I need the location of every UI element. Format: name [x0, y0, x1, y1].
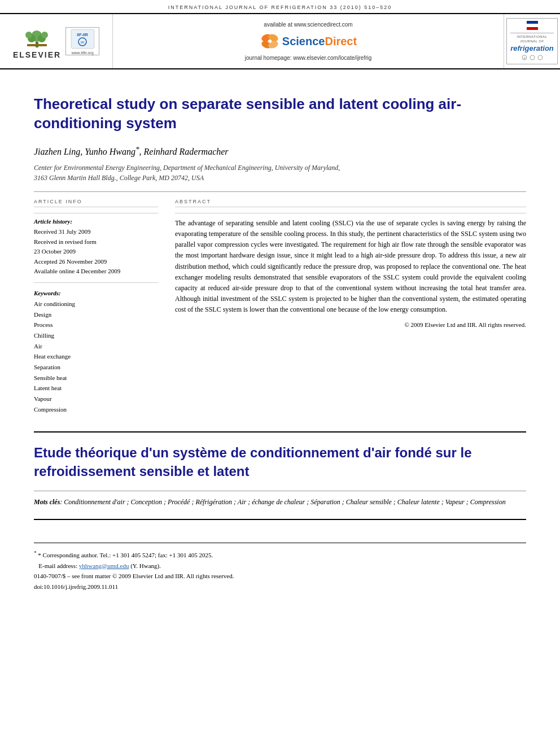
article-title: Theoretical study on separate sensible a… — [34, 95, 526, 133]
svg-text:❄: ❄ — [523, 56, 526, 60]
keyword-item: Process — [34, 320, 158, 330]
iifiir-url: www.iifiir.org — [70, 51, 95, 55]
footnote-license: 0140-7007/$ – see front matter © 2009 El… — [34, 571, 526, 582]
footnote-asterisk: * — [34, 550, 37, 556]
abstract-col: ABSTRACT The advantage of separating sen… — [175, 199, 526, 415]
sciencedirect-logo: ScienceDirect — [260, 31, 357, 51]
available-online: Available online 4 December 2009 — [34, 267, 158, 277]
refrig-journal-name: refrigeration — [510, 44, 554, 53]
publisher-header: ELSEVIER IIF-IIR IIR www.iifiir.org — [0, 13, 560, 69]
email-link[interactable]: yhhwang@umd.edu — [79, 562, 129, 569]
svg-text:IIR: IIR — [80, 41, 84, 44]
svg-rect-6 — [27, 44, 47, 46]
available-at-text: available at www.sciencedirect.com — [264, 21, 352, 28]
sd-science: Science — [282, 35, 325, 47]
french-divider — [34, 491, 526, 491]
article-info-header: ARTICLE INFO — [34, 199, 158, 207]
info-divider-mid — [34, 282, 158, 283]
svg-rect-19 — [527, 27, 538, 30]
article-info-col: ARTICLE INFO Article history: Received 3… — [34, 199, 158, 415]
history-label: Article history: — [34, 218, 158, 225]
mots-cles: Mots clés: Conditionnement d'air ; Conce… — [34, 497, 526, 508]
footnote-doi: doi:10.1016/j.ijrefrig.2009.11.011 — [34, 582, 526, 592]
main-content: Theoretical study on separate sensible a… — [0, 69, 560, 604]
keyword-item: Chilling — [34, 330, 158, 341]
publisher-left: ELSEVIER IIF-IIR IIR www.iifiir.org — [0, 14, 113, 68]
keyword-item: Compression — [34, 404, 158, 415]
sciencedirect-text: ScienceDirect — [282, 35, 357, 48]
flag-icon — [527, 21, 538, 30]
author1: Jiazhen Ling, Yunho Hwang — [34, 147, 135, 156]
mots-cles-values: : Conditionnement d'air ; Conception ; P… — [60, 498, 505, 506]
keyword-item: Heat exchange — [34, 351, 158, 362]
asterisk: * — [135, 145, 139, 153]
copyright: © 2009 Elsevier Ltd and IIR. All rights … — [175, 321, 526, 328]
two-col-section: ARTICLE INFO Article history: Received 3… — [34, 199, 526, 415]
keyword-item: Separation — [34, 362, 158, 373]
main-divider — [34, 191, 526, 192]
author-names: Jiazhen Ling, Yunho Hwang*, Reinhard Rad… — [34, 147, 229, 156]
svg-rect-18 — [527, 24, 538, 27]
author2: , Reinhard Radermacher — [139, 147, 229, 156]
publisher-right: internationaljournal of refrigeration ❄ — [504, 14, 560, 68]
keywords-label: Keywords: — [34, 290, 158, 296]
refrig-journal-label1: internationaljournal of — [510, 35, 554, 44]
svg-point-15 — [268, 40, 272, 43]
affiliation-line2: 3163 Glenn Martin Hall Bldg., College Pa… — [34, 174, 204, 182]
svg-point-22 — [530, 55, 535, 60]
abstract-header: ABSTRACT — [175, 199, 526, 207]
elsevier-tree-icon — [21, 24, 53, 49]
keywords-list: Air conditioningDesignProcessChillingAir… — [34, 299, 158, 415]
keyword-item: Sensible heat — [34, 373, 158, 383]
iifiir-logo: IIF-IIR IIR www.iifiir.org — [65, 27, 99, 55]
svg-point-23 — [538, 55, 542, 60]
keyword-item: Vapour — [34, 394, 158, 404]
elsevier-text: ELSEVIER — [13, 50, 61, 59]
svg-text:IIF-IIR: IIF-IIR — [77, 33, 88, 37]
sd-icon — [260, 31, 280, 51]
abstract-text: The advantage of separating sensible and… — [175, 218, 526, 316]
publisher-center: available at www.sciencedirect.com — [113, 14, 504, 68]
keyword-item: Latent heat — [34, 383, 158, 394]
elsevier-logo: ELSEVIER — [13, 24, 61, 59]
footnote-email: E-mail address: yhhwang@umd.edu (Y. Hwan… — [34, 561, 526, 571]
abstract-divider — [175, 213, 526, 213]
footnote-corresponding: * * Corresponding author. Tel.: +1 301 4… — [34, 549, 526, 560]
iifiir-icon: IIF-IIR IIR — [70, 28, 95, 50]
refrigeration-badge: internationaljournal of refrigeration ❄ — [506, 18, 558, 64]
affiliation-line1: Center for Environmental Energy Engineer… — [34, 164, 340, 172]
info-divider-top — [34, 213, 158, 213]
keyword-item: Air — [34, 341, 158, 352]
email-label: E-mail address: — [38, 562, 78, 569]
journal-homepage: journal homepage: www.elsevier.com/locat… — [245, 55, 372, 61]
accepted: Accepted 26 November 2009 — [34, 257, 158, 267]
email-person: (Y. Hwang). — [129, 562, 161, 569]
refrig-small-icons: ❄ — [521, 54, 544, 61]
footer-notes: * * Corresponding author. Tel.: +1 301 4… — [34, 543, 526, 592]
refrig-icons: ❄ — [510, 54, 554, 62]
affiliation: Center for Environmental Energy Engineer… — [34, 163, 526, 183]
french-title: Etude théorique d'un système de conditio… — [34, 444, 526, 480]
keyword-item: Air conditioning — [34, 299, 158, 309]
sd-direct: Direct — [325, 35, 357, 47]
mots-cles-label: Mots clés — [34, 498, 60, 506]
corresponding-note: * Corresponding author. Tel.: +1 301 405… — [38, 552, 213, 558]
page-wrapper: INTERNATIONAL JOURNAL OF REFRIGERATION 3… — [0, 0, 560, 747]
authors: Jiazhen Ling, Yunho Hwang*, Reinhard Rad… — [34, 145, 526, 157]
logos-row: ELSEVIER IIF-IIR IIR www.iifiir.org — [13, 24, 99, 59]
journal-title-bar: INTERNATIONAL JOURNAL OF REFRIGERATION 3… — [168, 5, 392, 10]
received-revised: Received in revised form — [34, 237, 158, 247]
received-revised-date: 23 October 2009 — [34, 247, 158, 257]
keyword-item: Design — [34, 309, 158, 320]
received1: Received 31 July 2009 — [34, 227, 158, 237]
french-section: Etude théorique d'un système de conditio… — [34, 431, 526, 520]
svg-rect-17 — [527, 21, 538, 24]
svg-point-4 — [25, 32, 32, 38]
journal-top-bar: INTERNATIONAL JOURNAL OF REFRIGERATION 3… — [0, 0, 560, 13]
svg-point-5 — [41, 32, 48, 38]
